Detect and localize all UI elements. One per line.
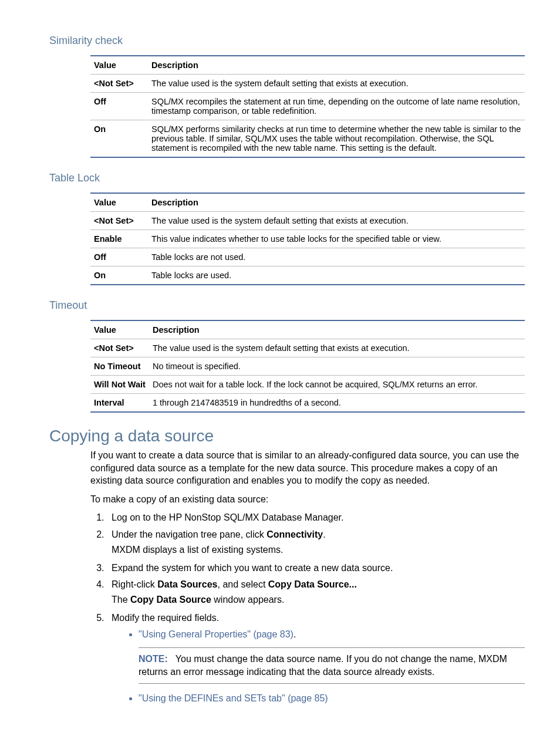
cell-desc: No timeout is specified. bbox=[149, 357, 525, 376]
table-row: Interval1 through 2147483519 in hundredt… bbox=[90, 394, 525, 413]
cell-desc: Table locks are used. bbox=[148, 266, 525, 285]
step-4-sub-bold: Copy Data Source bbox=[130, 595, 211, 605]
cell-desc: Table locks are not used. bbox=[148, 248, 525, 266]
table-row: OnTable locks are used. bbox=[90, 266, 525, 285]
step-2: Under the navigation tree pane, click Co… bbox=[107, 528, 525, 557]
cell-desc: SQL/MX recompiles the statement at run t… bbox=[148, 93, 525, 120]
cell-value: On bbox=[90, 266, 148, 285]
heading-table-lock: Table Lock bbox=[49, 172, 525, 184]
table-similarity-check: Value Description <Not Set>The value use… bbox=[90, 55, 525, 158]
document-page: Similarity check Value Description <Not … bbox=[0, 0, 560, 746]
cell-desc: The value used is the system default set… bbox=[148, 75, 525, 93]
step-4-sub-c: window appears. bbox=[211, 595, 285, 605]
cell-desc: The value used is the system default set… bbox=[149, 339, 525, 357]
step-4-sub-a: The bbox=[112, 595, 130, 605]
cell-value: Off bbox=[90, 93, 148, 120]
table-timeout: Value Description <Not Set>The value use… bbox=[90, 320, 525, 413]
col-description: Description bbox=[148, 56, 525, 75]
procedure-list: Log on to the HP NonStop SQL/MX Database… bbox=[90, 511, 525, 705]
link-defines-sets[interactable]: "Using the DEFINEs and SETs tab" (page 8… bbox=[139, 693, 328, 703]
cell-value: <Not Set> bbox=[90, 212, 148, 230]
table-row: OffTable locks are not used. bbox=[90, 248, 525, 266]
heading-copying-data-source: Copying a data source bbox=[49, 427, 525, 445]
cell-desc: This value indicates whether to use tabl… bbox=[148, 230, 525, 248]
step-4-bold-1: Data Sources bbox=[157, 579, 217, 589]
table-row: <Not Set>The value used is the system de… bbox=[90, 75, 525, 93]
table-header-row: Value Description bbox=[90, 193, 525, 212]
cell-value: Off bbox=[90, 248, 148, 266]
note-box: NOTE: You must change the data source na… bbox=[139, 647, 525, 684]
step-2-sub: MXDM displays a list of existing systems… bbox=[112, 544, 525, 556]
cell-desc: SQL/MX performs similarity checks at run… bbox=[148, 120, 525, 158]
note-text: You must change the data source name. If… bbox=[139, 654, 507, 677]
table-header-row: Value Description bbox=[90, 56, 525, 75]
note-label: NOTE: bbox=[139, 654, 168, 664]
step-4-bold-2: Copy Data Source... bbox=[268, 579, 357, 589]
col-description: Description bbox=[148, 193, 525, 212]
step-5: Modify the required fields. "Using Gener… bbox=[107, 612, 525, 706]
value-description-table: Value Description <Not Set>The value use… bbox=[90, 193, 525, 285]
table-row: <Not Set>The value used is the system de… bbox=[90, 212, 525, 230]
step-2-suffix: . bbox=[323, 529, 325, 539]
cell-desc: Does not wait for a table lock. If the l… bbox=[149, 376, 525, 394]
step-4-text-a: Right-click bbox=[112, 579, 157, 589]
step-4: Right-click Data Sources, and select Cop… bbox=[107, 578, 525, 607]
table-row: OnSQL/MX performs similarity checks at r… bbox=[90, 120, 525, 158]
step-1: Log on to the HP NonStop SQL/MX Database… bbox=[107, 511, 525, 524]
table-row: No TimeoutNo timeout is specified. bbox=[90, 357, 525, 376]
link-item-general-properties: "Using General Properties" (page 83). NO… bbox=[139, 628, 525, 684]
cell-desc: The value used is the system default set… bbox=[148, 212, 525, 230]
cell-value: <Not Set> bbox=[90, 75, 148, 93]
table-row: EnableThis value indicates whether to us… bbox=[90, 230, 525, 248]
value-description-table: Value Description <Not Set>The value use… bbox=[90, 320, 525, 413]
heading-similarity-check: Similarity check bbox=[49, 35, 525, 47]
step-5-text: Modify the required fields. bbox=[112, 613, 219, 623]
step-4-text-c: , and select bbox=[218, 579, 268, 589]
cell-value: On bbox=[90, 120, 148, 158]
col-description: Description bbox=[149, 320, 525, 339]
cell-value: Enable bbox=[90, 230, 148, 248]
step-3: Expand the system for which you want to … bbox=[107, 562, 525, 575]
intro-paragraph: If you want to create a data source that… bbox=[90, 449, 525, 487]
cell-value: Will Not Wait bbox=[90, 376, 149, 394]
table-table-lock: Value Description <Not Set>The value use… bbox=[90, 193, 525, 285]
body-content: If you want to create a data source that… bbox=[90, 449, 525, 706]
link-item-defines-sets: "Using the DEFINEs and SETs tab" (page 8… bbox=[139, 692, 525, 705]
col-value: Value bbox=[90, 320, 149, 339]
step-5-links: "Using General Properties" (page 83). NO… bbox=[112, 628, 525, 706]
heading-timeout: Timeout bbox=[49, 299, 525, 312]
step-4-sub: The Copy Data Source window appears. bbox=[112, 593, 525, 606]
step-2-bold: Connectivity bbox=[266, 529, 323, 539]
cell-value: Interval bbox=[90, 394, 149, 413]
table-row: <Not Set>The value used is the system de… bbox=[90, 339, 525, 357]
lead-paragraph: To make a copy of an existing data sourc… bbox=[90, 493, 525, 506]
table-row: Will Not WaitDoes not wait for a table l… bbox=[90, 376, 525, 394]
cell-value: <Not Set> bbox=[90, 339, 149, 357]
col-value: Value bbox=[90, 56, 148, 75]
cell-value: No Timeout bbox=[90, 357, 149, 376]
step-2-text: Under the navigation tree pane, click bbox=[112, 529, 266, 539]
value-description-table: Value Description <Not Set>The value use… bbox=[90, 55, 525, 158]
link1-suffix: . bbox=[294, 629, 296, 639]
cell-desc: 1 through 2147483519 in hundredths of a … bbox=[149, 394, 525, 413]
table-header-row: Value Description bbox=[90, 320, 525, 339]
table-row: OffSQL/MX recompiles the statement at ru… bbox=[90, 93, 525, 120]
col-value: Value bbox=[90, 193, 148, 212]
link-general-properties[interactable]: "Using General Properties" (page 83) bbox=[139, 629, 294, 639]
